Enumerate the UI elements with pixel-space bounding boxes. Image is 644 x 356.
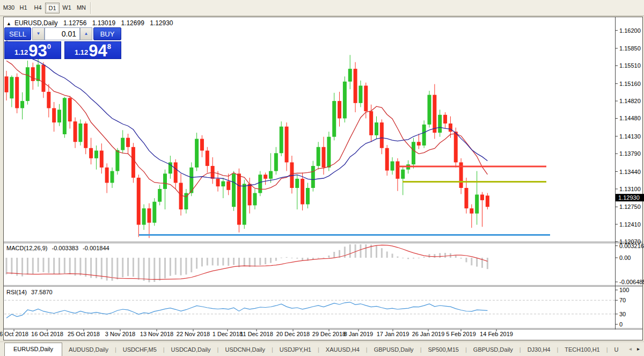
macd-histogram-bar (244, 258, 245, 266)
macd-histogram-bar (296, 258, 298, 259)
candle-body (115, 150, 119, 171)
chart-tab-usdjpy-h1[interactable]: USDJPY,H1 (273, 344, 318, 356)
ohlc-open: 1.12756 (63, 19, 86, 27)
macd-histogram-bar (79, 258, 81, 275)
rsi-value: 37.5870 (31, 289, 53, 295)
chart-tab-tech100-h1[interactable]: TECH100,H1 (558, 344, 606, 356)
trading-platform: M30H1H4D1W1MN 1.162001.158501.155101.151… (0, 0, 644, 356)
one-click-trading-panel: SELL ▼ ▲ BUY 1.12 93 0 1.12 94 8 (4, 27, 121, 59)
candle-body (63, 98, 67, 134)
candle-body (94, 150, 98, 158)
candle-body (57, 110, 61, 122)
price-axis-label: 1.15510 (619, 62, 641, 69)
date-axis-label: 26 Jan 2019 (412, 331, 445, 337)
chart-tab-usdcnh-daily[interactable]: USDCNH,Daily (218, 344, 272, 356)
macd-histogram-bar (75, 258, 76, 275)
ohlc-high: 1.13019 (92, 19, 115, 27)
macd-histogram-bar (365, 244, 367, 258)
macd-histogram-bar (381, 248, 383, 258)
macd-histogram-bar (333, 252, 335, 258)
candle-body (274, 153, 278, 171)
buy-button[interactable]: BUY (93, 27, 121, 40)
candle-body (343, 82, 347, 119)
macd-histogram-bar (148, 258, 150, 282)
macd-histogram-bar (270, 258, 272, 263)
tab-scroll-right-icon[interactable]: ▸ (637, 346, 640, 352)
candle-body (248, 184, 252, 205)
macd-axis-label: -0.006485 (619, 279, 644, 285)
candle-body (433, 95, 436, 133)
macd-histogram-bar (286, 257, 288, 258)
candle-body (486, 195, 489, 207)
date-axis[interactable]: 6 Oct 201816 Oct 201825 Oct 20183 Nov 20… (0, 329, 513, 337)
sell-price-big: 93 (28, 43, 47, 59)
rsi-axis-label: 30 (619, 311, 626, 317)
chart-tab-eurusd-daily[interactable]: EURUSD,Daily (4, 343, 62, 356)
chart-tab-dj30-h4[interactable]: DJ30,H4 (521, 344, 557, 356)
candle-body (443, 115, 447, 123)
macd-value-main: -0.003383 (52, 245, 78, 251)
candle-body (221, 181, 225, 187)
rsi-axis-label: 0 (619, 321, 623, 328)
macd-histogram-bar (439, 253, 441, 258)
volume-input[interactable] (45, 27, 80, 40)
buy-price-prefix: 1.12 (75, 48, 88, 56)
rsi-label: RSI(14) 37.5870 (6, 289, 53, 295)
volume-decrease-button[interactable]: ▼ (32, 27, 45, 40)
macd-histogram-bar (355, 244, 356, 258)
macd-histogram-bar (423, 257, 425, 258)
macd-histogram-bar (164, 258, 166, 279)
macd-histogram-bar (143, 258, 145, 281)
sell-button[interactable]: SELL (4, 27, 31, 40)
macd-histogram-bar (386, 251, 388, 258)
macd-histogram-bar (407, 258, 409, 259)
date-axis-label: 3 Nov 2018 (105, 331, 135, 337)
date-axis-label: 22 Nov 2018 (177, 331, 210, 337)
chart-tab-usdchf-m5[interactable]: USDCHF,M5 (116, 344, 163, 356)
price-axis-label: 1.12410 (619, 221, 641, 228)
date-axis-label: 8 Jan 2019 (344, 331, 373, 337)
date-axis-label: 14 Feb 2019 (480, 331, 513, 337)
macd-histogram-bar (476, 258, 478, 267)
candle-body (422, 125, 426, 146)
rsi-axis-label: 100 (619, 287, 629, 293)
macd-value-signal: -0.001844 (83, 245, 109, 251)
sell-price-quote[interactable]: 1.12 93 0 (4, 41, 61, 59)
tab-scroll-left-icon[interactable]: ◂ (629, 346, 632, 352)
candle-body (163, 173, 167, 189)
date-axis-label: 11 Dec 2018 (240, 331, 273, 337)
candle-body (84, 123, 87, 148)
chart-tab-u[interactable]: U (608, 344, 625, 356)
one-click-collapse-icon[interactable]: ▲ (6, 21, 11, 26)
macd-axis-label: 0.003216 (619, 243, 644, 249)
candle-body (5, 76, 9, 92)
macd-histogram-bar (238, 258, 240, 267)
macd-histogram-bar (6, 258, 8, 274)
chart-tab-usdcad-daily[interactable]: USDCAD,Daily (165, 344, 217, 356)
candle-body (232, 173, 236, 207)
date-axis-label: 6 Oct 2018 (0, 331, 28, 337)
macd-histogram-bar (170, 258, 171, 276)
chart-tab-gbpusd-daily[interactable]: GBPUSD,Daily (467, 344, 519, 356)
macd-histogram-bar (360, 244, 361, 258)
chart-tab-audusd-daily[interactable]: AUDUSD,Daily (62, 344, 115, 356)
macd-histogram-bar (27, 258, 28, 274)
macd-histogram-bar (201, 258, 203, 266)
macd-histogram-bar (48, 258, 49, 273)
macd-histogram-bar (196, 258, 197, 268)
candle-body (111, 171, 114, 183)
candle-body (74, 121, 77, 142)
macd-label: MACD(12,26,9) -0.003383 -0.001844 (6, 245, 109, 251)
volume-increase-button[interactable]: ▲ (80, 27, 92, 40)
candle-body (152, 202, 156, 223)
chart-tab-sp500-m15[interactable]: SP500,M15 (421, 344, 465, 356)
chart-tab-xauusd-h4[interactable]: XAUUSD,H4 (319, 344, 366, 356)
buy-price-quote[interactable]: 1.12 94 8 (64, 41, 121, 59)
macd-histogram-bar (429, 254, 430, 258)
macd-histogram-bar (487, 258, 488, 269)
macd-histogram-bar (291, 258, 292, 258)
candle-body (401, 170, 405, 179)
candle-body (89, 148, 93, 158)
candle-body (380, 122, 384, 148)
chart-tab-gbpusd-daily[interactable]: GBPUSD,Daily (368, 344, 420, 356)
